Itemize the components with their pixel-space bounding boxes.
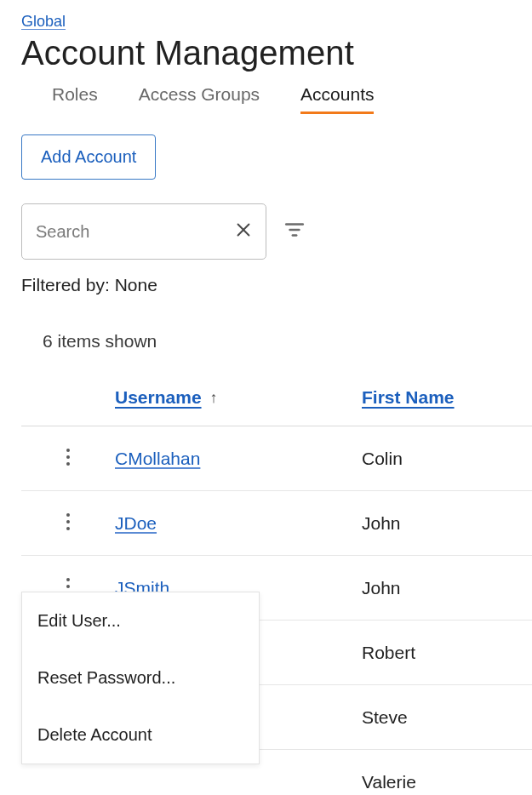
page-title: Account Management [21, 34, 532, 72]
svg-point-6 [66, 455, 70, 459]
svg-point-10 [66, 527, 70, 530]
tab-access-groups[interactable]: Access Groups [139, 84, 260, 114]
breadcrumb-global[interactable]: Global [21, 13, 66, 30]
items-shown-text: 6 items shown [43, 331, 532, 352]
filter-icon[interactable] [283, 219, 306, 244]
tab-accounts[interactable]: Accounts [300, 84, 374, 114]
row-actions-icon[interactable] [59, 440, 77, 478]
row-context-menu: Edit User... Reset Password... Delete Ac… [21, 592, 260, 764]
add-account-button[interactable]: Add Account [21, 134, 156, 180]
svg-point-9 [66, 520, 70, 523]
first-name-cell: Robert [362, 643, 415, 662]
search-input[interactable] [21, 203, 266, 260]
tabs: Roles Access Groups Accounts [21, 84, 532, 114]
search-input-wrapper [21, 203, 266, 260]
svg-point-8 [66, 513, 70, 517]
svg-point-7 [66, 462, 70, 466]
table-header: Username ↑ First Name [21, 387, 532, 426]
table-row: CMollahan Colin [21, 426, 532, 491]
first-name-cell: Valerie [362, 772, 416, 792]
filtered-by-text: Filtered by: None [21, 275, 532, 295]
first-name-cell: John [362, 578, 401, 598]
first-name-cell: Colin [362, 449, 403, 468]
menu-delete-account[interactable]: Delete Account [22, 706, 259, 764]
first-name-cell: John [362, 513, 401, 533]
username-link[interactable]: CMollahan [115, 449, 200, 469]
table-row: JDoe John [21, 491, 532, 556]
menu-reset-password[interactable]: Reset Password... [22, 649, 259, 706]
column-header-username[interactable]: Username [115, 387, 202, 408]
svg-point-12 [66, 585, 70, 588]
svg-point-5 [66, 449, 70, 452]
sort-ascending-icon[interactable]: ↑ [210, 389, 218, 407]
clear-icon[interactable] [234, 220, 253, 243]
row-actions-icon[interactable] [59, 505, 77, 542]
tab-roles[interactable]: Roles [52, 84, 98, 114]
first-name-cell: Steve [362, 707, 408, 727]
svg-point-11 [66, 578, 70, 581]
username-link[interactable]: JDoe [115, 513, 157, 534]
menu-edit-user[interactable]: Edit User... [22, 592, 259, 649]
column-header-first-name[interactable]: First Name [362, 387, 455, 407]
